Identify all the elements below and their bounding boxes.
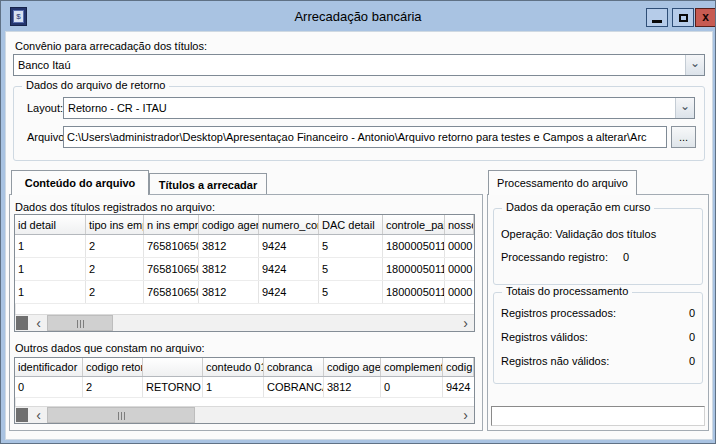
table-cell[interactable]: 1 <box>203 377 264 397</box>
tab-label: Processamento do arquivo <box>497 177 628 189</box>
table-cell[interactable]: 5 <box>319 258 383 280</box>
table-cell[interactable]: 9424 <box>443 377 474 397</box>
tab-titulos-a-arrecadar[interactable]: Títulos a arrecadar <box>149 173 267 195</box>
minimize-icon <box>652 20 662 23</box>
table-cell[interactable]: 2 <box>86 235 144 257</box>
grid2-scroll-thumb[interactable] <box>47 407 195 423</box>
table-row[interactable]: 1 2 7658106500 3812 9424 5 1800005011 00… <box>15 281 474 304</box>
grid2-scroll-right-button[interactable]: › <box>457 407 474 423</box>
close-button[interactable]: x <box>695 8 716 27</box>
grid2-hscrollbar[interactable]: ‹ › <box>15 406 474 423</box>
other-data-grid: identificador codigo retor conteudo 01 c… <box>14 357 475 424</box>
column-header[interactable]: n ins empres <box>144 215 199 234</box>
grid1-label: Dados dos títulos registrados no arquivo… <box>15 201 215 213</box>
column-header[interactable]: codigo agen <box>199 215 259 234</box>
table-cell[interactable]: 3812 <box>199 281 259 303</box>
table-cell[interactable]: 7658106500 <box>144 258 199 280</box>
table-cell[interactable]: 3812 <box>199 235 259 257</box>
operacao-line: Operação: Validação dos títulos <box>501 228 656 240</box>
titles-grid: id detail tipo ins empr n ins empres cod… <box>14 214 475 332</box>
column-header[interactable]: codigo retor <box>83 358 143 376</box>
grid2-header-row: identificador codigo retor conteudo 01 c… <box>15 358 474 377</box>
operacao-label: Operação: <box>501 228 552 240</box>
table-cell[interactable]: 7658106500 <box>144 281 199 303</box>
title-bar[interactable]: Arrecadação bancária <box>1 1 715 31</box>
table-cell[interactable]: 5 <box>319 281 383 303</box>
column-header[interactable]: conteudo 01 <box>203 358 264 376</box>
convenio-dropdown-button[interactable]: ⌄ <box>685 55 704 75</box>
table-cell[interactable]: 0000 <box>445 258 474 280</box>
table-cell[interactable]: 1800005011 <box>383 258 445 280</box>
table-cell[interactable]: 1800005011 <box>383 235 445 257</box>
table-cell[interactable]: 1 <box>15 281 86 303</box>
grid1-scroll-track[interactable] <box>113 315 457 331</box>
table-cell[interactable]: 0 <box>381 377 443 397</box>
grid2-scroll-left-button[interactable]: ‹ <box>30 407 47 423</box>
column-header[interactable]: codig <box>443 358 474 376</box>
column-header[interactable]: codigo agen <box>324 358 381 376</box>
layout-dropdown-button[interactable]: ⌄ <box>675 98 694 118</box>
table-cell[interactable]: 1 <box>15 258 86 280</box>
grid1-hscrollbar[interactable]: ‹ › <box>15 314 474 331</box>
layout-combobox[interactable]: Retorno - CR - ITAU ⌄ <box>63 97 695 119</box>
column-header[interactable]: tipo ins empr <box>86 215 144 234</box>
convenio-combobox[interactable]: Banco Itaú ⌄ <box>13 54 705 76</box>
table-cell[interactable]: 9424 <box>259 281 319 303</box>
totais-group-title: Totais do processamento <box>502 285 632 297</box>
minimize-button[interactable] <box>646 8 668 27</box>
tab-processamento-do-arquivo[interactable]: Processamento do arquivo <box>488 170 637 195</box>
table-cell[interactable]: 0000 <box>445 281 474 303</box>
grid2-empty-area <box>15 398 474 406</box>
column-header[interactable]: nosso <box>445 215 474 234</box>
table-cell[interactable]: 3812 <box>199 258 259 280</box>
grip-icon <box>76 314 85 332</box>
arquivo-path-input[interactable] <box>63 126 667 148</box>
column-header[interactable]: complemento <box>381 358 443 376</box>
operacao-value: Validação dos títulos <box>555 228 656 240</box>
processando-value: 0 <box>623 251 629 263</box>
table-cell[interactable]: COBRANCA <box>264 377 324 397</box>
table-row[interactable]: 1 2 7658106500 3812 9424 5 1800005011 00… <box>15 235 474 258</box>
grid1-scroll-left-button[interactable]: ‹ <box>30 315 47 331</box>
table-cell[interactable]: 0 <box>15 377 83 397</box>
column-header[interactable]: DAC detail <box>319 215 383 234</box>
arquivo-label: Arquivo: <box>27 131 67 143</box>
column-header[interactable]: id detail <box>15 215 86 234</box>
column-header[interactable]: numero_con <box>259 215 319 234</box>
table-cell[interactable]: 3812 <box>324 377 381 397</box>
table-cell[interactable]: 1800005011 <box>383 281 445 303</box>
table-cell[interactable]: 2 <box>83 377 143 397</box>
table-cell[interactable]: 5 <box>319 235 383 257</box>
column-header[interactable]: cobranca <box>264 358 324 376</box>
column-header[interactable]: identificador <box>15 358 83 376</box>
registros-nao-validos-label: Registros não válidos: <box>501 355 609 367</box>
tab-conteudo-do-arquivo[interactable]: Conteúdo do arquivo <box>11 170 149 195</box>
table-cell[interactable]: 7658106500 <box>144 235 199 257</box>
browse-button[interactable]: ... <box>671 126 696 148</box>
chevron-left-icon: ‹ <box>36 315 41 331</box>
app-icon[interactable]: $ <box>10 7 27 26</box>
grid2-label: Outros dados que constam no arquivo: <box>15 342 205 354</box>
maximize-button[interactable] <box>672 8 694 27</box>
table-cell[interactable]: 0000 <box>445 235 474 257</box>
layout-label: Layout: <box>27 102 63 114</box>
grid1-empty-area <box>15 304 474 314</box>
chevron-right-icon: › <box>463 407 468 423</box>
table-cell[interactable]: RETORNO <box>143 377 203 397</box>
table-cell[interactable]: 1 <box>15 235 86 257</box>
table-cell[interactable]: 2 <box>86 281 144 303</box>
table-row[interactable]: 0 2 RETORNO 1 COBRANCA 3812 0 9424 <box>15 377 474 398</box>
table-cell[interactable]: 9424 <box>259 235 319 257</box>
column-header[interactable]: controle_pai <box>383 215 445 234</box>
convenio-value: Banco Itaú <box>14 55 685 75</box>
column-header[interactable] <box>143 358 203 376</box>
table-cell[interactable]: 9424 <box>259 258 319 280</box>
grid1-scroll-right-button[interactable]: › <box>457 315 474 331</box>
chevron-right-icon: › <box>463 315 468 331</box>
table-row[interactable]: 1 2 7658106500 3812 9424 5 1800005011 00… <box>15 258 474 281</box>
table-cell[interactable]: 2 <box>86 258 144 280</box>
grid2-scroll-track[interactable] <box>195 407 457 423</box>
window-title: Arrecadação bancária <box>294 9 421 24</box>
grid1-scroll-thumb[interactable] <box>47 315 113 331</box>
operacao-group-title: Dados da operação em curso <box>502 201 654 213</box>
